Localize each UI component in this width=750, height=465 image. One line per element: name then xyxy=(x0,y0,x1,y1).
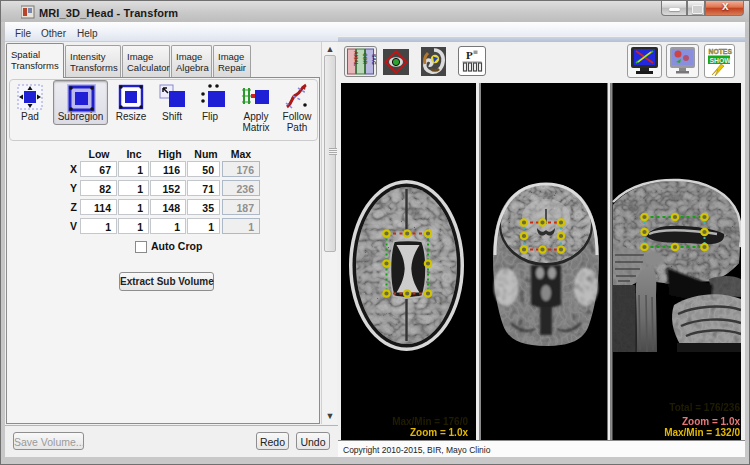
svg-text:Zoom = 1.0x: Zoom = 1.0x xyxy=(682,416,741,427)
svg-text:AXIAL: AXIAL xyxy=(353,51,359,66)
svg-text:Max/Min = 176/0: Max/Min = 176/0 xyxy=(392,416,468,427)
svg-text:COR: COR xyxy=(362,53,368,65)
svg-text:NOTES: NOTES xyxy=(709,48,733,55)
svg-text:Zoom = 1.0x: Zoom = 1.0x xyxy=(410,427,469,438)
svg-text:P: P xyxy=(466,49,473,61)
svg-text:SAG: SAG xyxy=(371,54,377,65)
svg-text:Max/Min = 132/0: Max/Min = 132/0 xyxy=(664,427,740,438)
svg-text:SHOW: SHOW xyxy=(710,57,732,64)
svg-text:Total = 176/236: Total = 176/236 xyxy=(669,402,740,413)
